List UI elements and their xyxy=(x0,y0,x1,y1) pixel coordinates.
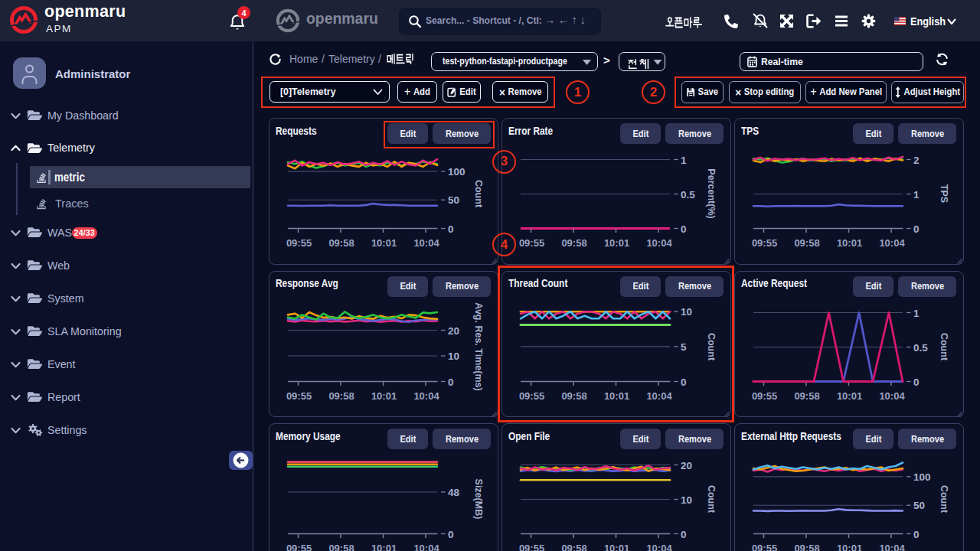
svg-text:Avg. Res. Time(ms): Avg. Res. Time(ms) xyxy=(473,302,484,390)
svg-text:10:04: 10:04 xyxy=(646,543,672,551)
svg-text:09:58: 09:58 xyxy=(794,543,819,551)
svg-text:10:04: 10:04 xyxy=(413,237,439,249)
svg-text:09:58: 09:58 xyxy=(328,543,354,551)
svg-text:20: 20 xyxy=(681,460,692,471)
svg-text:Percent(%): Percent(%) xyxy=(706,168,717,218)
svg-text:09:55: 09:55 xyxy=(751,390,776,402)
svg-text:100: 100 xyxy=(448,166,466,178)
svg-text:2: 2 xyxy=(913,155,920,166)
svg-text:0: 0 xyxy=(913,223,920,235)
svg-text:Count: Count xyxy=(939,332,949,360)
svg-text:10: 10 xyxy=(681,494,692,506)
svg-text:Count: Count xyxy=(939,485,949,514)
svg-text:09:58: 09:58 xyxy=(328,390,354,402)
svg-text:0.5: 0.5 xyxy=(913,341,928,353)
svg-text:10:04: 10:04 xyxy=(879,390,905,402)
svg-text:10:04: 10:04 xyxy=(413,390,439,402)
svg-text:TPS: TPS xyxy=(939,184,949,203)
svg-text:0: 0 xyxy=(681,223,687,235)
svg-text:09:55: 09:55 xyxy=(751,237,776,249)
svg-text:1: 1 xyxy=(913,307,920,318)
svg-text:10:01: 10:01 xyxy=(371,543,396,551)
svg-text:1: 1 xyxy=(913,189,920,201)
svg-text:09:55: 09:55 xyxy=(286,543,311,551)
svg-text:1: 1 xyxy=(681,155,687,166)
svg-text:0: 0 xyxy=(913,529,920,540)
svg-text:10:04: 10:04 xyxy=(646,237,672,249)
svg-text:0: 0 xyxy=(448,376,454,387)
svg-text:10:01: 10:01 xyxy=(603,237,629,249)
svg-text:10: 10 xyxy=(448,350,459,362)
svg-text:20: 20 xyxy=(448,324,459,336)
svg-text:50: 50 xyxy=(913,500,925,511)
svg-text:09:55: 09:55 xyxy=(286,237,311,249)
svg-text:09:55: 09:55 xyxy=(518,237,544,249)
svg-text:10:04: 10:04 xyxy=(413,543,439,551)
svg-text:09:58: 09:58 xyxy=(561,543,586,551)
svg-text:0: 0 xyxy=(448,529,454,540)
svg-text:09:55: 09:55 xyxy=(518,543,544,551)
svg-text:10:01: 10:01 xyxy=(836,237,861,249)
svg-text:10:04: 10:04 xyxy=(879,543,905,551)
svg-text:Count: Count xyxy=(706,485,717,514)
svg-text:Size(MB): Size(MB) xyxy=(473,479,484,520)
svg-text:Count: Count xyxy=(473,180,484,208)
svg-text:10:01: 10:01 xyxy=(836,390,861,402)
svg-text:09:58: 09:58 xyxy=(328,237,354,249)
svg-text:09:58: 09:58 xyxy=(794,237,819,249)
svg-text:09:58: 09:58 xyxy=(794,390,819,402)
svg-text:0: 0 xyxy=(448,223,454,235)
svg-text:0: 0 xyxy=(913,376,920,387)
svg-text:10:01: 10:01 xyxy=(603,543,629,551)
svg-text:10:01: 10:01 xyxy=(371,237,396,249)
svg-text:09:55: 09:55 xyxy=(751,543,776,551)
svg-text:10:01: 10:01 xyxy=(836,543,861,551)
svg-text:10:01: 10:01 xyxy=(371,390,396,402)
svg-text:09:58: 09:58 xyxy=(561,237,586,249)
svg-text:100: 100 xyxy=(913,471,931,483)
svg-text:50: 50 xyxy=(448,194,459,206)
svg-text:0.5: 0.5 xyxy=(681,189,695,201)
svg-text:0: 0 xyxy=(681,529,687,540)
svg-text:48: 48 xyxy=(448,487,460,498)
svg-text:09:55: 09:55 xyxy=(286,390,311,402)
svg-text:10:04: 10:04 xyxy=(879,237,905,249)
